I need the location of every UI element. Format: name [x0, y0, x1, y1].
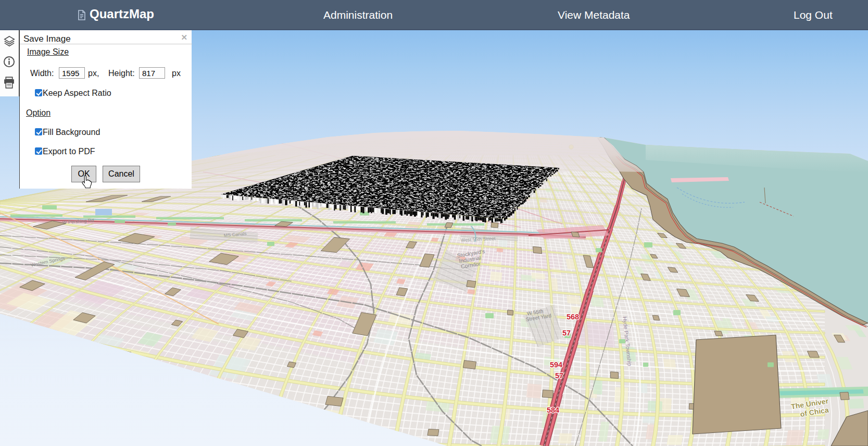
- svg-text:57: 57: [562, 329, 571, 337]
- svg-text:57: 57: [555, 371, 563, 380]
- svg-text:584: 584: [547, 406, 559, 414]
- svg-text:594: 594: [550, 361, 562, 369]
- svg-text:568: 568: [567, 313, 579, 321]
